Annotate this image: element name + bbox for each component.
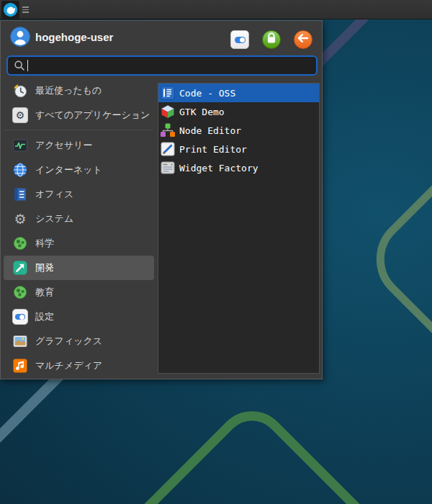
gtk-demo-cube-icon	[160, 104, 176, 120]
category-office[interactable]: オフィス	[4, 182, 154, 207]
category-recently-used[interactable]: 最近使ったもの	[4, 78, 154, 103]
all-apps-gear-icon: ⚙	[12, 107, 28, 123]
app-item-node-editor[interactable]: Node Editor	[158, 121, 319, 140]
education-molecule-icon	[12, 284, 28, 300]
category-development[interactable]: 開発	[4, 256, 154, 280]
category-label: グラフィックス	[35, 335, 102, 348]
text-caret	[27, 60, 28, 71]
category-settings[interactable]: 設定	[4, 305, 154, 329]
category-education[interactable]: 教育	[4, 280, 154, 305]
system-gear-icon: ⚙	[12, 211, 28, 227]
category-label: 設定	[35, 310, 54, 323]
app-item-code-oss[interactable]: Code - OSS	[158, 84, 319, 102]
category-label: 開発	[35, 261, 54, 274]
app-label: GTK Demo	[179, 107, 225, 117]
code-oss-icon	[160, 85, 176, 101]
print-editor-icon	[160, 141, 176, 157]
logout-button[interactable]	[294, 30, 312, 49]
widget-factory-icon	[160, 160, 176, 176]
category-label: アクセサリー	[35, 139, 93, 152]
category-label: オフィス	[35, 188, 73, 201]
app-label: Code - OSS	[179, 88, 235, 99]
logout-icon	[294, 30, 312, 50]
search-input[interactable]	[31, 60, 311, 71]
category-label: 教育	[35, 286, 54, 299]
menu-action-buttons	[230, 30, 312, 49]
category-graphics[interactable]: グラフィックス	[4, 329, 154, 354]
user-avatar	[10, 27, 30, 47]
category-label: すべてのアプリケーション	[35, 109, 150, 122]
internet-globe-icon	[12, 162, 28, 178]
panel-drag-handle[interactable]	[22, 6, 29, 13]
recent-clock-icon	[12, 83, 28, 99]
category-accessories[interactable]: アクセサリー	[4, 133, 154, 158]
app-item-print-editor[interactable]: Print Editor	[158, 140, 319, 158]
settings-toggle-icon	[235, 37, 246, 43]
app-item-widget-factory[interactable]: Widget Factory	[158, 158, 319, 177]
lock-screen-button[interactable]	[262, 30, 281, 49]
search-icon	[13, 59, 26, 72]
category-label: 最近使ったもの	[35, 84, 102, 97]
development-icon	[12, 260, 28, 276]
wallpaper-diamond-green-bright	[68, 396, 432, 504]
settings-toggle-icon	[12, 309, 28, 325]
category-sidebar: 最近使ったもの ⚙ すべてのアプリケーション アクセサリー	[1, 78, 157, 378]
whisker-menu-launcher-button[interactable]	[1, 1, 19, 19]
app-item-gtk-demo[interactable]: GTK Demo	[158, 102, 319, 121]
category-all-applications[interactable]: ⚙ すべてのアプリケーション	[4, 103, 154, 127]
category-internet[interactable]: インターネット	[4, 158, 154, 182]
whisker-menu: hogehoge-user	[0, 20, 323, 379]
app-label: Print Editor	[179, 144, 247, 155]
app-label: Node Editor	[179, 125, 241, 136]
username-label: hogehoge-user	[35, 31, 113, 43]
category-multimedia[interactable]: マルチメディア	[4, 354, 154, 378]
sidebar-separator	[5, 130, 153, 130]
all-settings-button[interactable]	[230, 30, 249, 49]
category-science[interactable]: 科学	[4, 231, 154, 256]
category-label: システム	[35, 212, 73, 225]
wallpaper-diamond-green-muted	[358, 55, 432, 463]
top-panel	[0, 0, 432, 19]
category-system[interactable]: ⚙ システム	[4, 207, 154, 231]
office-document-icon	[12, 186, 28, 202]
accessories-icon	[12, 138, 28, 153]
multimedia-note-icon	[12, 358, 28, 374]
xubuntu-logo-icon	[3, 2, 19, 17]
graphics-photo-icon	[12, 333, 28, 349]
category-label: 科学	[35, 237, 54, 250]
app-label: Widget Factory	[179, 163, 258, 174]
node-editor-icon	[160, 122, 176, 138]
search-box[interactable]	[6, 55, 318, 76]
lock-screen-icon	[263, 30, 280, 50]
category-label: インターネット	[35, 163, 102, 176]
science-molecule-icon	[12, 235, 28, 251]
application-list: Code - OSS GTK Demo Node	[158, 83, 320, 374]
category-label: マルチメディア	[35, 359, 102, 372]
